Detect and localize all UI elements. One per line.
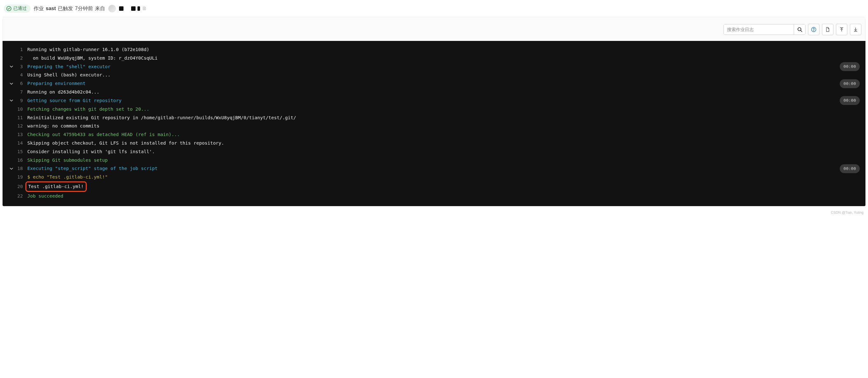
line-number: 10 xyxy=(14,105,27,113)
job-prefix: 作业 xyxy=(34,5,44,12)
log-text: $ echo "Test .gitlab-ci.yml!" xyxy=(27,173,860,181)
log-text: warning: no common commits xyxy=(27,122,860,130)
log-line: 13Checking out 4759b433 as detached HEAD… xyxy=(8,130,860,139)
help-icon xyxy=(811,27,816,32)
section-duration: 00:00 xyxy=(840,96,860,105)
log-line: 1Running with gitlab-runner 16.1.0 (b72e… xyxy=(8,45,860,54)
line-number: 2 xyxy=(14,54,27,63)
log-text: on build WxU8yqjBM, system ID: r_dzO4Y0C… xyxy=(27,54,860,63)
section-duration: 00:00 xyxy=(840,62,860,71)
log-text: Executing "step_script" stage of the job… xyxy=(27,164,860,173)
log-line: 11Reinitialized existing Git repository … xyxy=(8,113,860,122)
log-section-header[interactable]: 18Executing "step_script" stage of the j… xyxy=(8,164,860,173)
log-line: 12warning: no common commits xyxy=(8,122,860,130)
log-line: 2 on build WxU8yqjBM, system ID: r_dzO4Y… xyxy=(8,54,860,63)
line-number: 11 xyxy=(14,113,27,122)
from-text: 来自 xyxy=(95,5,105,12)
log-line: 19$ echo "Test .gitlab-ci.yml!" xyxy=(8,173,860,181)
search-wrap xyxy=(723,24,805,35)
log-line: 16Skipping Git submodules setup xyxy=(8,156,860,165)
line-number: 6 xyxy=(14,79,27,88)
search-icon xyxy=(797,27,802,32)
log-text: Preparing the "shell" executor xyxy=(27,63,860,71)
line-number: 15 xyxy=(14,147,27,156)
status-badge: 已通过 xyxy=(4,4,30,13)
collapse-chevron-icon[interactable] xyxy=(8,167,14,170)
log-line: 15Consider installing it with 'git lfs i… xyxy=(8,147,860,156)
triggered-text: 已触发 xyxy=(58,5,73,12)
raw-log-button[interactable] xyxy=(822,24,833,35)
job-title-line: 作业 sast 已触发 7分钟前 来自 xyxy=(34,5,105,12)
log-line: 4Using Shell (bash) executor... xyxy=(8,71,860,79)
log-line: 10Fetching changes with git depth set to… xyxy=(8,105,860,113)
log-text: Skipping Git submodules setup xyxy=(27,156,860,165)
log-text: Skipping object checkout, Git LFS is not… xyxy=(27,139,860,147)
line-number: 18 xyxy=(14,164,27,173)
log-line: 14Skipping object checkout, Git LFS is n… xyxy=(8,139,860,147)
line-number: 22 xyxy=(14,192,27,200)
line-number: 3 xyxy=(14,63,27,71)
section-duration: 00:00 xyxy=(840,79,860,88)
log-text: Fetching changes with git depth set to 2… xyxy=(27,105,860,113)
log-section-header[interactable]: 9Getting source from Git repository00:00 xyxy=(8,96,860,105)
document-icon: 🗎 xyxy=(142,6,147,11)
status-label: 已通过 xyxy=(13,6,27,11)
collapse-chevron-icon[interactable] xyxy=(8,99,14,102)
line-number: 7 xyxy=(14,88,27,96)
line-number: 1 xyxy=(14,45,27,54)
line-number: 12 xyxy=(14,122,27,130)
job-log: 1Running with gitlab-runner 16.1.0 (b72e… xyxy=(3,41,865,206)
log-text: Running with gitlab-runner 16.1.0 (b72e1… xyxy=(27,45,860,54)
line-number: 13 xyxy=(14,130,27,139)
collapse-chevron-icon[interactable] xyxy=(8,65,14,68)
search-button[interactable] xyxy=(794,25,805,35)
arrow-up-bar-icon xyxy=(839,27,844,32)
log-text: Test .gitlab-ci.yml! xyxy=(27,181,860,192)
section-duration: 00:00 xyxy=(840,164,860,173)
log-text: Using Shell (bash) executor... xyxy=(27,71,860,79)
arrow-down-bar-icon xyxy=(853,27,858,32)
svg-point-4 xyxy=(813,30,814,31)
time-ago: 7分钟前 xyxy=(75,5,93,12)
log-text: Running on d263d4b02c04... xyxy=(27,88,860,96)
log-section-header[interactable]: 6Preparing environment00:00 xyxy=(8,79,860,88)
scroll-top-button[interactable] xyxy=(836,24,847,35)
line-number: 19 xyxy=(14,173,27,181)
search-input[interactable] xyxy=(724,25,794,35)
log-line: 20Test .gitlab-ci.yml! xyxy=(8,181,860,192)
collapse-chevron-icon[interactable] xyxy=(8,82,14,85)
line-number: 14 xyxy=(14,139,27,147)
job-name: sast xyxy=(46,6,56,11)
log-text: Job succeeded xyxy=(27,192,860,200)
svg-line-2 xyxy=(801,30,802,32)
log-text: Preparing environment xyxy=(27,79,860,88)
log-line: 7Running on d263d4b02c04... xyxy=(8,88,860,96)
log-text: Getting source from Git repository xyxy=(27,96,860,105)
username-redacted: 🗎 xyxy=(119,6,147,11)
avatar[interactable] xyxy=(108,5,116,12)
watermark: CSDN @Tian, Yuting xyxy=(3,206,865,214)
log-text: Consider installing it with 'git lfs ins… xyxy=(27,147,860,156)
log-line: 22Job succeeded xyxy=(8,192,860,200)
log-text: Reinitialized existing Git repository in… xyxy=(27,113,860,122)
log-section-header[interactable]: 3Preparing the "shell" executor00:00 xyxy=(8,63,860,71)
line-number: 16 xyxy=(14,156,27,165)
line-number: 9 xyxy=(14,96,27,105)
job-header: 已通过 作业 sast 已触发 7分钟前 来自 🗎 xyxy=(3,3,865,18)
highlight-box: Test .gitlab-ci.yml! xyxy=(25,181,87,192)
help-button[interactable] xyxy=(808,24,819,35)
log-toolbar xyxy=(3,18,865,41)
log-text: Checking out 4759b433 as detached HEAD (… xyxy=(27,130,860,139)
line-number: 4 xyxy=(14,71,27,79)
scroll-bottom-button[interactable] xyxy=(850,24,861,35)
check-circle-icon xyxy=(6,6,11,11)
document-icon xyxy=(825,27,830,32)
